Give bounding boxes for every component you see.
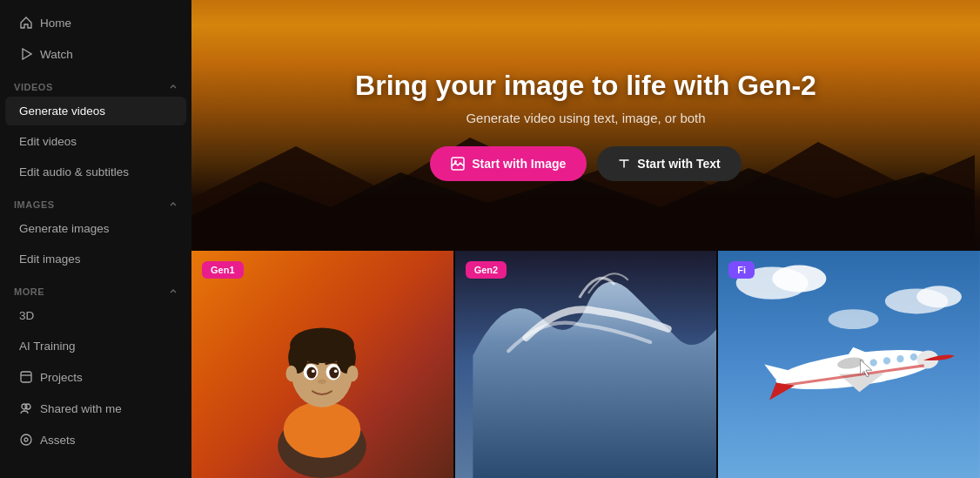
- sidebar-item-home[interactable]: Home: [5, 8, 186, 37]
- svg-point-20: [307, 367, 317, 379]
- text-icon: [618, 158, 630, 170]
- gallery-item-1[interactable]: Gen1: [191, 251, 453, 478]
- watch-icon: [19, 47, 33, 61]
- svg-point-22: [312, 369, 315, 373]
- hero-buttons: Start with Image Start with Text: [355, 146, 816, 181]
- sidebar-item-3d[interactable]: 3D: [5, 301, 186, 330]
- sidebar-item-generate-videos[interactable]: Generate videos: [5, 97, 186, 125]
- sidebar-item-ai-training[interactable]: AI Training: [5, 332, 186, 360]
- sidebar-generate-images-label: Generate images: [19, 222, 110, 235]
- sidebar-projects-label: Projects: [40, 371, 83, 384]
- svg-point-30: [773, 265, 827, 292]
- sidebar-item-edit-images[interactable]: Edit images: [5, 245, 186, 273]
- hero-title: Bring your image to life with Gen-2: [355, 70, 816, 102]
- shared-icon: [19, 401, 33, 415]
- gallery: Gen1: [191, 251, 980, 478]
- character-illustration: [244, 269, 400, 478]
- sidebar-item-assets[interactable]: Assets: [5, 425, 186, 454]
- start-with-image-button[interactable]: Start with Image: [430, 146, 587, 181]
- start-with-image-label: Start with Image: [472, 157, 566, 171]
- start-with-text-button[interactable]: Start with Text: [597, 146, 741, 181]
- svg-point-4: [25, 404, 30, 409]
- fi-badge: Fi: [728, 261, 755, 279]
- sidebar-3d-label: 3D: [19, 309, 34, 322]
- sidebar-generate-videos-label: Generate videos: [19, 104, 105, 118]
- sidebar-item-projects[interactable]: Projects: [5, 362, 186, 392]
- svg-point-25: [286, 366, 298, 381]
- sidebar-edit-videos-label: Edit videos: [19, 135, 77, 148]
- sidebar-item-shared[interactable]: Shared with me: [5, 394, 186, 423]
- airplane-illustration: [718, 251, 980, 478]
- sidebar-item-edit-videos[interactable]: Edit videos: [5, 127, 186, 156]
- sidebar-assets-label: Assets: [40, 434, 76, 447]
- chevron-up-icon-more: [169, 286, 178, 297]
- hero-subtitle: Generate video using text, image, or bot…: [355, 111, 816, 125]
- sidebar-watch-label: Watch: [40, 48, 73, 61]
- start-with-text-label: Start with Text: [637, 157, 720, 171]
- sidebar-edit-images-label: Edit images: [19, 252, 81, 266]
- svg-point-33: [829, 309, 879, 329]
- images-section-label: IMAGES: [14, 199, 55, 210]
- chevron-up-icon: [169, 82, 178, 92]
- svg-point-21: [330, 367, 339, 379]
- wave-illustration: [455, 251, 717, 478]
- videos-section-header: VIDEOS: [0, 75, 191, 96]
- svg-point-12: [284, 401, 361, 458]
- svg-point-32: [916, 286, 962, 307]
- sidebar: Home Watch VIDEOS Generate videos Edit v…: [0, 0, 191, 478]
- more-section-label: MORE: [14, 286, 44, 297]
- svg-marker-0: [23, 49, 31, 59]
- projects-icon: [19, 370, 33, 384]
- hero-banner: Bring your image to life with Gen-2 Gene…: [191, 0, 980, 251]
- gen1-badge: Gen1: [202, 261, 244, 279]
- sidebar-shared-label: Shared with me: [40, 402, 122, 415]
- chevron-up-icon-images: [169, 199, 178, 210]
- sidebar-edit-audio-label: Edit audio & subtitles: [19, 165, 129, 178]
- videos-section-label: VIDEOS: [14, 82, 53, 92]
- gallery-item-2[interactable]: Gen2: [453, 251, 717, 478]
- sidebar-ai-training-label: AI Training: [19, 340, 76, 353]
- gallery-item-3[interactable]: Fi: [716, 251, 980, 478]
- svg-point-24: [319, 379, 326, 384]
- image-icon: [451, 157, 465, 171]
- sidebar-home-label: Home: [40, 17, 71, 30]
- images-section-header: IMAGES: [0, 192, 191, 213]
- svg-point-5: [21, 434, 31, 445]
- sidebar-item-watch[interactable]: Watch: [5, 39, 186, 69]
- svg-point-26: [347, 366, 359, 381]
- gen2-badge: Gen2: [466, 261, 507, 279]
- sidebar-item-edit-audio[interactable]: Edit audio & subtitles: [5, 158, 186, 186]
- main-content: Bring your image to life with Gen-2 Gene…: [191, 0, 980, 478]
- home-icon: [19, 16, 33, 30]
- svg-point-23: [334, 369, 338, 373]
- hero-content: Bring your image to life with Gen-2 Gene…: [338, 70, 834, 181]
- svg-point-6: [24, 438, 28, 441]
- cursor-icon: [860, 360, 872, 377]
- more-section-header: MORE: [0, 279, 191, 300]
- svg-rect-1: [21, 372, 31, 382]
- assets-icon: [19, 433, 33, 447]
- sidebar-item-generate-images[interactable]: Generate images: [5, 214, 186, 243]
